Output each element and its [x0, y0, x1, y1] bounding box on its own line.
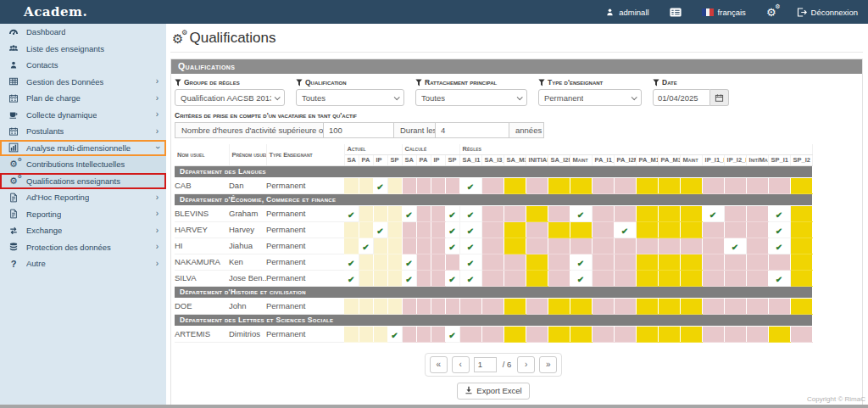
- teacher-name: SILVA: [175, 270, 229, 286]
- qualification-check-cell: ✔: [402, 254, 416, 270]
- table-row[interactable]: DOEJohnPermanent: [175, 298, 812, 314]
- sidebar-item-qualifications-enseignants[interactable]: ⚙⚙Qualifications enseignants: [0, 173, 166, 190]
- chevron-down-icon: [632, 94, 637, 100]
- qualification-status-cell: [724, 177, 746, 193]
- export-excel-button[interactable]: Export Excel: [457, 383, 529, 400]
- teacher-name: DOE: [175, 298, 229, 314]
- qualification-status-cell: [746, 205, 768, 221]
- years-input[interactable]: [435, 122, 509, 138]
- sidebar-item-label: Contributions Intellectuelles: [26, 159, 125, 169]
- qualification-status-cell: [790, 326, 812, 342]
- check-icon: ✔: [405, 259, 412, 268]
- table-row[interactable]: BLEVINSGrahamPermanent✔✔✔✔✔✔✔: [175, 205, 812, 221]
- qualification-status-cell: [592, 270, 614, 286]
- qualification-status-cell: [373, 326, 387, 342]
- table-row[interactable]: NAKAMURAKenPermanent✔✔✔✔: [175, 254, 812, 270]
- check-icon: ✔: [577, 259, 584, 268]
- check-icon: ✔: [467, 259, 474, 268]
- qualification-status-cell: [702, 326, 724, 342]
- qualification-status-cell: [387, 298, 402, 314]
- criteria-title: Critères de prise en compte d'un vacatai…: [175, 111, 859, 120]
- qualification-check-cell: ✔: [768, 205, 790, 221]
- sidebar-item-reporting[interactable]: Reporting›: [0, 206, 166, 223]
- sidebar-item-contributions-intellectuelles[interactable]: ⚙⚙Contributions Intellectuelles: [0, 156, 166, 173]
- table-row[interactable]: SILVAJose Ben...Permanent✔✔✔✔✔✔: [175, 270, 812, 286]
- qualification-check-cell: ✔: [768, 221, 790, 238]
- database-icon: [6, 242, 21, 252]
- table-row[interactable]: CABDanPermanent✔✔: [175, 177, 812, 193]
- french-flag-icon: [702, 8, 714, 16]
- export-label: Export Excel: [476, 386, 521, 395]
- qualification-check-cell: ✔: [570, 270, 592, 286]
- exchange-icon: [6, 226, 21, 236]
- calendar-button[interactable]: [710, 89, 729, 106]
- gauge-icon: [6, 27, 21, 37]
- qualification-status-cell: [431, 238, 445, 254]
- chevron-down-icon: ›: [153, 147, 161, 149]
- qualification-status-cell: [504, 221, 526, 238]
- sidebar-item-dashboard[interactable]: Dashboard: [0, 24, 166, 41]
- sidebar-item-gestion-des-donn-es[interactable]: Gestion des Données›: [0, 74, 166, 91]
- criteria-middle-label: Durant les: [393, 122, 436, 138]
- qualification-status-cell: [680, 177, 702, 193]
- sidebar-item-label: Reporting: [26, 210, 61, 219]
- qualification-status-cell: [481, 238, 504, 254]
- qualification-status-cell: [416, 254, 431, 270]
- pagination-page-input[interactable]: [474, 357, 497, 372]
- pagination-last-button[interactable]: »: [539, 356, 557, 373]
- pagination-first-button[interactable]: «: [430, 356, 448, 373]
- user-menu[interactable]: adminall: [605, 8, 648, 17]
- sidebar-item-ad-hoc-reporting[interactable]: Ad'Hoc Reporting›: [0, 189, 166, 206]
- sidebar-item-plan-de-charge[interactable]: Plan de charge›: [0, 90, 166, 107]
- table-row[interactable]: ARTEMISDimitriosPermanent✔✔: [175, 326, 812, 342]
- list-menu-button[interactable]: [670, 8, 682, 17]
- sidebar-item-protection-des-donn-es[interactable]: Protection des données›: [0, 239, 166, 256]
- filter-select-type-d-enseignant[interactable]: Permanent: [538, 89, 642, 106]
- sidebar-item-contacts[interactable]: Contacts: [0, 57, 166, 74]
- filter-select-rattachement-principal[interactable]: Toutes: [415, 89, 527, 106]
- table-row[interactable]: HARVEYHarveyPermanent✔✔✔✔✔: [175, 221, 812, 238]
- filter-select-qualification[interactable]: Toutes: [296, 89, 404, 106]
- pagination-prev-button[interactable]: ‹: [452, 356, 470, 373]
- qualification-status-cell: [387, 221, 402, 238]
- qualification-status-cell: [373, 238, 387, 254]
- language-menu[interactable]: français: [702, 8, 746, 17]
- qualification-status-cell: [614, 205, 636, 221]
- qualification-status-cell: [431, 298, 445, 314]
- subcolumn-header: PA: [416, 154, 431, 165]
- hours-input[interactable]: [323, 122, 394, 138]
- subcolumn-header: PA_M1: [636, 154, 658, 165]
- users-icon: [6, 43, 21, 53]
- table-row[interactable]: HIJiahuaPermanent✔✔✔✔✔: [175, 238, 812, 254]
- qualification-status-cell: [416, 221, 431, 238]
- filter-select-groupe-de-r-gles[interactable]: Qualification AACSB 2013: [175, 89, 285, 106]
- qualification-check-cell: ✔: [459, 238, 481, 254]
- settings-button[interactable]: ⚙⚙: [766, 7, 776, 18]
- sidebar-item-autre[interactable]: ?Autre›: [0, 255, 166, 272]
- sidebar-item-exchange[interactable]: Exchange›: [0, 222, 166, 239]
- qualification-status-cell: [548, 238, 570, 254]
- logout-button[interactable]: Déconnexion: [797, 8, 858, 17]
- sidebar-item-analyse-multi-dimensionnelle[interactable]: Analyse multi-dimensionnelle›: [0, 140, 166, 157]
- check-icon: ✔: [467, 275, 474, 284]
- qualification-status-cell: [481, 221, 504, 238]
- chevron-right-icon: ›: [156, 226, 159, 235]
- pagination-next-button[interactable]: ›: [517, 356, 535, 373]
- subcolumn-header: SP: [445, 154, 459, 165]
- sidebar-item-label: Dashboard: [26, 27, 65, 36]
- department-label: Département des Langues: [175, 165, 812, 177]
- department-row: Département des Lettres et Sciences Soci…: [175, 314, 812, 326]
- department-label: Département des Lettres et Sciences Soci…: [175, 314, 812, 326]
- subcolumn-header: IP_I1_M: [702, 154, 724, 165]
- sidebar-item-postulants[interactable]: Postulants›: [0, 123, 166, 140]
- qualification-status-cell: [431, 177, 445, 193]
- qualification-status-cell: [658, 270, 680, 286]
- date-input[interactable]: [653, 89, 710, 106]
- qualification-status-cell: [724, 270, 746, 286]
- qualification-status-cell: [636, 221, 658, 238]
- subcolumn-header: SP_I2: [790, 154, 812, 165]
- qualification-status-cell: [658, 298, 680, 314]
- sidebar-item-label: Autre: [26, 259, 46, 268]
- sidebar-item-collecte-dynamique[interactable]: Collecte dynamique›: [0, 107, 166, 124]
- sidebar-item-liste-des-enseignants[interactable]: Liste des enseignants: [0, 41, 166, 58]
